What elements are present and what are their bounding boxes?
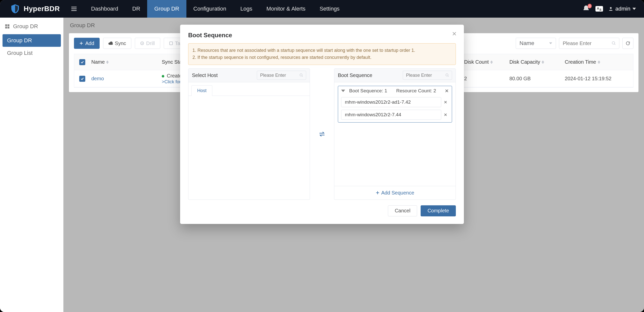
resource-name[interactable]: mhm-windows2012r2-ad1-7.42 xyxy=(341,97,441,107)
boot-sequence-title: Boot Sequence xyxy=(338,72,372,78)
sidebar: Group DR Group DR Group List xyxy=(0,18,63,312)
remove-resource-button[interactable] xyxy=(444,113,449,116)
svg-point-6 xyxy=(142,43,143,44)
search-icon xyxy=(299,73,303,77)
nav-dashboard[interactable]: Dashboard xyxy=(84,0,125,18)
svg-point-9 xyxy=(300,74,302,76)
menu-toggle[interactable] xyxy=(69,4,79,14)
sidebar-item-group-list[interactable]: Group List xyxy=(3,47,61,59)
select-host-title: Select Host xyxy=(192,72,218,78)
add-button[interactable]: Add xyxy=(74,38,100,49)
plus-icon xyxy=(79,41,83,45)
select-host-pane: Select Host Host xyxy=(188,68,310,200)
row-name-link[interactable]: demo xyxy=(91,76,104,81)
svg-rect-2 xyxy=(8,24,9,26)
refresh-icon xyxy=(625,41,630,46)
close-icon xyxy=(445,89,449,93)
host-tabbar: Host xyxy=(188,82,310,96)
nav-monitor[interactable]: Monitor & Alerts xyxy=(259,0,312,18)
row-created: 2024-01-12 15:19:52 xyxy=(563,76,633,82)
takeover-icon xyxy=(169,41,173,45)
select-host-search-input[interactable] xyxy=(260,73,297,78)
sync-button[interactable]: Sync xyxy=(103,38,131,49)
nav-logs[interactable]: Logs xyxy=(233,0,259,18)
boot-sequence-search xyxy=(403,71,452,80)
chevron-down-icon xyxy=(341,89,345,93)
modal-notice: Resources that are not associated with a… xyxy=(188,43,456,65)
seq-label: Boot Sequence: 1 xyxy=(349,88,387,94)
resource-name[interactable]: mhm-windows2012r2-7.44 xyxy=(341,110,441,120)
remove-sequence-button[interactable] xyxy=(445,89,449,93)
close-icon xyxy=(452,31,457,36)
select-all-checkbox[interactable] xyxy=(79,59,85,65)
nav-configuration[interactable]: Configuration xyxy=(186,0,233,18)
select-host-search xyxy=(257,71,306,80)
svg-point-10 xyxy=(446,74,448,76)
resource-item: mhm-windows2012r2-7.44 xyxy=(341,110,449,120)
sort-icon xyxy=(106,60,109,64)
row-disk-count: 2 xyxy=(462,76,507,82)
collapse-toggle[interactable] xyxy=(341,89,345,93)
boot-sequence-modal: Boot Sequence Resources that are not ass… xyxy=(180,25,464,224)
col-name[interactable]: Name xyxy=(89,59,160,65)
modal-title: Boot Sequence xyxy=(188,32,456,39)
top-nav: Dashboard DR Group DR Configuration Logs… xyxy=(84,0,347,18)
search-icon xyxy=(612,41,616,46)
sidebar-title: Group DR xyxy=(3,21,61,34)
reload-button[interactable] xyxy=(622,38,633,49)
language-button[interactable]: A文 xyxy=(595,5,603,13)
resource-count: Resource Count: 2 xyxy=(396,88,436,94)
alerts-button[interactable]: 0 xyxy=(582,5,590,13)
sequence-group: Boot Sequence: 1 Resource Count: 2 mhm-w… xyxy=(338,86,452,123)
sort-icon xyxy=(598,60,600,64)
sort-icon xyxy=(490,60,493,64)
nav-settings[interactable]: Settings xyxy=(312,0,347,18)
header-right: 0 A文 admin xyxy=(582,5,644,13)
boot-sequence-pane: Boot Sequence Boot Sequence: 1 Resource … xyxy=(334,68,456,200)
search-icon xyxy=(445,73,449,77)
filter-field-select[interactable]: Name xyxy=(516,38,556,49)
plus-icon xyxy=(376,191,380,195)
alerts-badge: 0 xyxy=(588,4,592,8)
language-icon: A文 xyxy=(595,6,603,12)
modal-close-button[interactable] xyxy=(452,31,457,36)
sidebar-item-group-dr[interactable]: Group DR xyxy=(3,34,61,47)
cloud-icon xyxy=(108,42,113,45)
svg-point-0 xyxy=(610,7,612,9)
row-checkbox[interactable] xyxy=(79,76,85,82)
search-input-wrap xyxy=(559,38,619,49)
svg-rect-1 xyxy=(5,24,7,26)
col-disk-count[interactable]: Disk Count xyxy=(462,59,507,65)
hamburger-icon xyxy=(70,5,77,12)
svg-rect-4 xyxy=(8,27,9,28)
nav-dr[interactable]: DR xyxy=(125,0,147,18)
close-icon xyxy=(444,100,447,104)
tab-host[interactable]: Host xyxy=(191,85,212,96)
complete-button[interactable]: Complete xyxy=(421,205,456,216)
brand-name: HyperBDR xyxy=(24,5,60,13)
user-name: admin xyxy=(615,6,630,12)
svg-point-8 xyxy=(612,42,615,44)
target-icon xyxy=(140,41,144,45)
chevron-down-icon xyxy=(632,7,636,11)
remove-resource-button[interactable] xyxy=(444,100,449,104)
drill-button: Drill xyxy=(135,38,160,49)
status-dot-icon xyxy=(162,75,164,77)
user-menu[interactable]: admin xyxy=(608,6,636,12)
swap-button[interactable] xyxy=(315,130,329,138)
swap-icon xyxy=(318,130,326,138)
resource-item: mhm-windows2012r2-ad1-7.42 xyxy=(341,97,449,107)
row-disk-cap: 80.00 GB xyxy=(507,76,563,82)
svg-rect-3 xyxy=(5,27,7,28)
nav-group-dr[interactable]: Group DR xyxy=(147,0,186,18)
user-icon xyxy=(608,6,613,11)
app-header: HyperBDR Dashboard DR Group DR Configura… xyxy=(0,0,644,18)
add-sequence-button[interactable]: Add Sequence xyxy=(334,186,456,200)
col-created[interactable]: Creation Time xyxy=(563,59,633,65)
boot-sequence-search-input[interactable] xyxy=(406,73,443,78)
sort-icon xyxy=(542,60,544,64)
cancel-button[interactable]: Cancel xyxy=(388,205,417,216)
col-disk-cap[interactable]: Disk Capacity xyxy=(507,59,563,65)
search-input[interactable] xyxy=(563,38,609,49)
svg-rect-7 xyxy=(170,42,173,45)
